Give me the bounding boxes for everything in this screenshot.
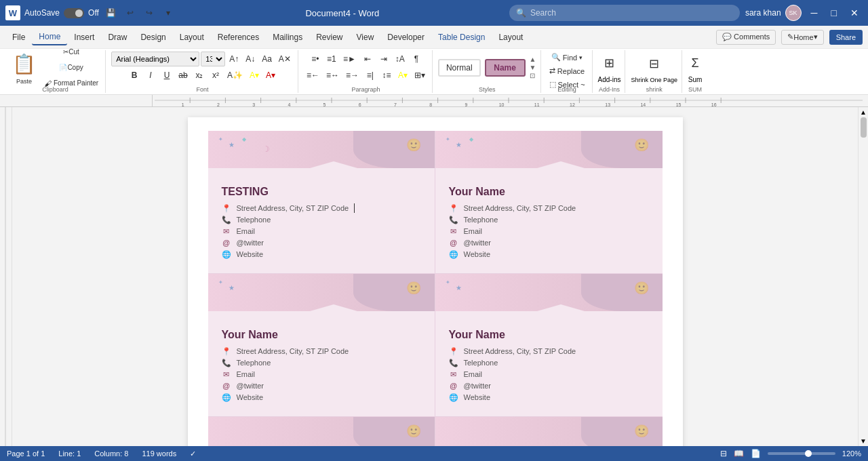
decrease-font-button[interactable]: A↓ — [243, 52, 258, 66]
shrink-button[interactable]: ⊟ — [646, 52, 662, 75]
minimize-button[interactable]: ─ — [807, 7, 822, 18]
menu-layout2[interactable]: Layout — [492, 30, 530, 45]
undo-button[interactable]: ↩ — [123, 5, 138, 20]
shrink-group-label: shrink — [627, 86, 682, 93]
scroll-thumb[interactable] — [861, 117, 867, 138]
cut-button[interactable]: ✂ Cut — [41, 45, 101, 60]
align-center-button[interactable]: ≡↔ — [323, 68, 342, 83]
text-effects-button[interactable]: A✨ — [224, 68, 245, 83]
card-1-address: Street Address, City, ST ZIP Code — [464, 204, 576, 212]
font-color-button[interactable]: A▾ — [263, 68, 278, 83]
cut-icon: ✂ — [63, 48, 68, 56]
menu-mailings[interactable]: Mailings — [266, 30, 309, 45]
biz-card-1: ★ ◆ 🙂 ✦ Your Name 📍Street Address, City,… — [435, 131, 663, 273]
style-name[interactable]: Name — [485, 59, 526, 77]
autosave-toggle[interactable] — [64, 8, 84, 18]
superscript-button[interactable]: x² — [208, 68, 223, 83]
page-area[interactable]: ⊕ ★ ◆ ☽ 🙂 ✦ — [12, 107, 858, 446]
menu-developer[interactable]: Developer — [380, 30, 431, 45]
menu-table-design[interactable]: Table Design — [431, 30, 492, 45]
menu-file[interactable]: File — [5, 30, 32, 45]
menu-home[interactable]: Home — [32, 29, 67, 45]
clipboard-label: Clipboard — [5, 86, 105, 93]
menu-insert[interactable]: Insert — [67, 30, 101, 45]
menu-view[interactable]: View — [350, 30, 381, 45]
search-input[interactable] — [530, 8, 733, 18]
styles-up-arrow[interactable]: ▲ — [530, 56, 536, 63]
ruler: 1 2 3 4 5 6 7 8 9 10 11 — [0, 95, 868, 107]
avatar[interactable]: SK — [785, 5, 802, 21]
style-normal[interactable]: Normal — [438, 59, 481, 77]
justify-button[interactable]: ≡| — [363, 68, 378, 83]
toggle-knob — [75, 9, 83, 17]
menu-layout[interactable]: Layout — [173, 30, 211, 45]
view-mode-button[interactable]: ⊟ — [720, 449, 727, 458]
text-highlight-button[interactable]: A▾ — [247, 68, 262, 83]
paste-button[interactable]: 📋 — [9, 51, 39, 78]
subscript-button[interactable]: x₂ — [192, 68, 207, 83]
card-0-twitter: @twitter — [237, 239, 264, 247]
editing-label: Editing — [542, 86, 592, 93]
font-family-select[interactable]: Arial (Headings) — [111, 52, 199, 66]
maximize-button[interactable]: □ — [827, 7, 841, 18]
card-0-address-row: 📍 Street Address, City, ST ZIP Code — [222, 203, 421, 213]
find-label: Find — [563, 54, 577, 62]
strikethrough-button[interactable]: ab — [176, 68, 191, 83]
redo-button[interactable]: ↪ — [142, 5, 157, 20]
align-left-button[interactable]: ≡← — [304, 68, 322, 83]
scroll-up-button[interactable]: ▲ — [859, 107, 868, 117]
clear-format-button[interactable]: A✕ — [276, 52, 294, 66]
replace-button[interactable]: ⇄ Replace — [547, 65, 587, 77]
increase-indent-button[interactable]: ⇥ — [376, 52, 391, 66]
menu-review[interactable]: Review — [309, 30, 349, 45]
comments-button[interactable]: 💬 Comments — [716, 30, 776, 45]
editing-button[interactable]: ✎ Home ▾ — [781, 30, 823, 45]
email-icon-1: ✉ — [449, 226, 458, 236]
status-right: ⊟ 📖 📄 120% — [720, 449, 861, 458]
search-icon: 🔍 — [516, 8, 526, 18]
more-commands-button[interactable]: ▾ — [161, 5, 176, 20]
card-3-telephone: Telephone — [464, 359, 498, 367]
borders-button[interactable]: ⊞▾ — [412, 68, 428, 83]
close-button[interactable]: ✕ — [846, 7, 863, 18]
card-0-email: Email — [237, 227, 256, 235]
ribbon-menu: File Home Insert Draw Design Layout Refe… — [0, 26, 868, 49]
sort-button[interactable]: ↕A — [393, 52, 408, 66]
read-mode-button[interactable]: 📖 — [734, 449, 744, 458]
card-2-name: Your Name — [222, 329, 421, 341]
copy-button[interactable]: 📄 Copy — [41, 60, 101, 75]
menu-design[interactable]: Design — [134, 30, 172, 45]
bold-button[interactable]: B — [127, 68, 142, 83]
vertical-scrollbar[interactable]: ▲ ▼ — [858, 107, 868, 446]
underline-button[interactable]: U — [159, 68, 174, 83]
find-button[interactable]: 🔍 Find ▾ — [549, 52, 585, 63]
print-layout-button[interactable]: 📄 — [751, 449, 761, 458]
italic-button[interactable]: I — [143, 68, 158, 83]
decrease-indent-button[interactable]: ⇤ — [360, 52, 375, 66]
sum-button[interactable]: Σ — [688, 52, 703, 75]
styles-expand-arrow[interactable]: ⊡ — [530, 72, 536, 79]
line-spacing-button[interactable]: ↕≡ — [379, 68, 394, 83]
svg-text:8: 8 — [429, 102, 432, 107]
share-button[interactable]: Share — [829, 30, 863, 45]
shading-button[interactable]: A▾ — [395, 68, 410, 83]
align-right-button[interactable]: ≡→ — [343, 68, 361, 83]
scroll-down-button[interactable]: ▼ — [859, 436, 868, 446]
card-1-twitter: @twitter — [464, 239, 492, 247]
outline-button[interactable]: ≡► — [340, 52, 359, 66]
biz-card-5: 🙂 Your Name — [435, 416, 663, 446]
menu-draw[interactable]: Draw — [101, 30, 134, 45]
autosave-label: AutoSave — [24, 8, 60, 18]
menu-references[interactable]: References — [211, 30, 266, 45]
increase-font-button[interactable]: A↑ — [226, 52, 241, 66]
show-marks-button[interactable]: ¶ — [409, 52, 424, 66]
styles-down-arrow[interactable]: ▼ — [530, 64, 536, 71]
change-case-button[interactable]: Aa — [259, 52, 275, 66]
zoom-slider[interactable] — [768, 452, 835, 455]
font-size-select[interactable]: 13 — [201, 52, 225, 66]
bullets-button[interactable]: ≡• — [308, 52, 323, 66]
addins-button[interactable]: ⊞ — [601, 52, 617, 75]
find-icon: 🔍 — [551, 53, 561, 62]
save-button[interactable]: 💾 — [103, 5, 119, 20]
numbering-button[interactable]: ≡1 — [324, 52, 339, 66]
